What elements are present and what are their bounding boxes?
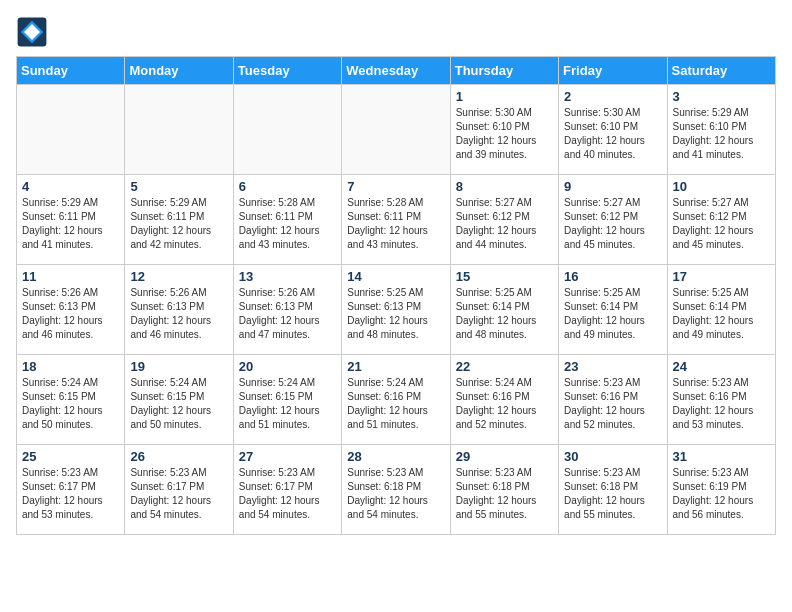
week-row-3: 11Sunrise: 5:26 AM Sunset: 6:13 PM Dayli… bbox=[17, 265, 776, 355]
day-number: 12 bbox=[130, 269, 227, 284]
calendar-cell: 24Sunrise: 5:23 AM Sunset: 6:16 PM Dayli… bbox=[667, 355, 775, 445]
calendar-cell bbox=[125, 85, 233, 175]
calendar-cell: 13Sunrise: 5:26 AM Sunset: 6:13 PM Dayli… bbox=[233, 265, 341, 355]
day-info: Sunrise: 5:24 AM Sunset: 6:15 PM Dayligh… bbox=[239, 376, 336, 432]
calendar-cell: 3Sunrise: 5:29 AM Sunset: 6:10 PM Daylig… bbox=[667, 85, 775, 175]
day-info: Sunrise: 5:24 AM Sunset: 6:16 PM Dayligh… bbox=[347, 376, 444, 432]
calendar-cell: 17Sunrise: 5:25 AM Sunset: 6:14 PM Dayli… bbox=[667, 265, 775, 355]
calendar-cell: 29Sunrise: 5:23 AM Sunset: 6:18 PM Dayli… bbox=[450, 445, 558, 535]
day-number: 1 bbox=[456, 89, 553, 104]
calendar-cell: 31Sunrise: 5:23 AM Sunset: 6:19 PM Dayli… bbox=[667, 445, 775, 535]
calendar-cell: 26Sunrise: 5:23 AM Sunset: 6:17 PM Dayli… bbox=[125, 445, 233, 535]
day-number: 28 bbox=[347, 449, 444, 464]
day-header-saturday: Saturday bbox=[667, 57, 775, 85]
day-info: Sunrise: 5:26 AM Sunset: 6:13 PM Dayligh… bbox=[239, 286, 336, 342]
calendar-cell: 23Sunrise: 5:23 AM Sunset: 6:16 PM Dayli… bbox=[559, 355, 667, 445]
day-header-friday: Friday bbox=[559, 57, 667, 85]
day-number: 10 bbox=[673, 179, 770, 194]
day-number: 30 bbox=[564, 449, 661, 464]
logo-icon bbox=[16, 16, 48, 48]
day-info: Sunrise: 5:26 AM Sunset: 6:13 PM Dayligh… bbox=[22, 286, 119, 342]
day-info: Sunrise: 5:25 AM Sunset: 6:14 PM Dayligh… bbox=[456, 286, 553, 342]
day-info: Sunrise: 5:24 AM Sunset: 6:16 PM Dayligh… bbox=[456, 376, 553, 432]
day-number: 27 bbox=[239, 449, 336, 464]
day-number: 16 bbox=[564, 269, 661, 284]
calendar-cell: 18Sunrise: 5:24 AM Sunset: 6:15 PM Dayli… bbox=[17, 355, 125, 445]
day-number: 22 bbox=[456, 359, 553, 374]
day-info: Sunrise: 5:23 AM Sunset: 6:19 PM Dayligh… bbox=[673, 466, 770, 522]
day-header-wednesday: Wednesday bbox=[342, 57, 450, 85]
day-info: Sunrise: 5:23 AM Sunset: 6:17 PM Dayligh… bbox=[130, 466, 227, 522]
day-info: Sunrise: 5:24 AM Sunset: 6:15 PM Dayligh… bbox=[22, 376, 119, 432]
day-header-monday: Monday bbox=[125, 57, 233, 85]
calendar-cell: 22Sunrise: 5:24 AM Sunset: 6:16 PM Dayli… bbox=[450, 355, 558, 445]
calendar-cell: 12Sunrise: 5:26 AM Sunset: 6:13 PM Dayli… bbox=[125, 265, 233, 355]
day-number: 4 bbox=[22, 179, 119, 194]
day-info: Sunrise: 5:23 AM Sunset: 6:16 PM Dayligh… bbox=[564, 376, 661, 432]
day-number: 11 bbox=[22, 269, 119, 284]
day-info: Sunrise: 5:25 AM Sunset: 6:14 PM Dayligh… bbox=[673, 286, 770, 342]
day-info: Sunrise: 5:30 AM Sunset: 6:10 PM Dayligh… bbox=[564, 106, 661, 162]
day-number: 9 bbox=[564, 179, 661, 194]
day-info: Sunrise: 5:29 AM Sunset: 6:11 PM Dayligh… bbox=[22, 196, 119, 252]
day-info: Sunrise: 5:23 AM Sunset: 6:18 PM Dayligh… bbox=[456, 466, 553, 522]
day-number: 20 bbox=[239, 359, 336, 374]
calendar-cell: 21Sunrise: 5:24 AM Sunset: 6:16 PM Dayli… bbox=[342, 355, 450, 445]
day-info: Sunrise: 5:24 AM Sunset: 6:15 PM Dayligh… bbox=[130, 376, 227, 432]
calendar-cell: 25Sunrise: 5:23 AM Sunset: 6:17 PM Dayli… bbox=[17, 445, 125, 535]
day-info: Sunrise: 5:23 AM Sunset: 6:18 PM Dayligh… bbox=[347, 466, 444, 522]
day-info: Sunrise: 5:23 AM Sunset: 6:16 PM Dayligh… bbox=[673, 376, 770, 432]
calendar-cell: 6Sunrise: 5:28 AM Sunset: 6:11 PM Daylig… bbox=[233, 175, 341, 265]
day-info: Sunrise: 5:29 AM Sunset: 6:11 PM Dayligh… bbox=[130, 196, 227, 252]
day-header-thursday: Thursday bbox=[450, 57, 558, 85]
day-number: 2 bbox=[564, 89, 661, 104]
day-number: 18 bbox=[22, 359, 119, 374]
calendar-cell: 20Sunrise: 5:24 AM Sunset: 6:15 PM Dayli… bbox=[233, 355, 341, 445]
calendar-cell: 2Sunrise: 5:30 AM Sunset: 6:10 PM Daylig… bbox=[559, 85, 667, 175]
calendar-cell: 19Sunrise: 5:24 AM Sunset: 6:15 PM Dayli… bbox=[125, 355, 233, 445]
week-row-2: 4Sunrise: 5:29 AM Sunset: 6:11 PM Daylig… bbox=[17, 175, 776, 265]
calendar-table: SundayMondayTuesdayWednesdayThursdayFrid… bbox=[16, 56, 776, 535]
calendar-cell: 15Sunrise: 5:25 AM Sunset: 6:14 PM Dayli… bbox=[450, 265, 558, 355]
day-number: 31 bbox=[673, 449, 770, 464]
calendar-cell: 30Sunrise: 5:23 AM Sunset: 6:18 PM Dayli… bbox=[559, 445, 667, 535]
calendar-cell: 4Sunrise: 5:29 AM Sunset: 6:11 PM Daylig… bbox=[17, 175, 125, 265]
day-number: 29 bbox=[456, 449, 553, 464]
week-row-4: 18Sunrise: 5:24 AM Sunset: 6:15 PM Dayli… bbox=[17, 355, 776, 445]
day-number: 5 bbox=[130, 179, 227, 194]
day-info: Sunrise: 5:27 AM Sunset: 6:12 PM Dayligh… bbox=[456, 196, 553, 252]
day-number: 23 bbox=[564, 359, 661, 374]
day-info: Sunrise: 5:23 AM Sunset: 6:18 PM Dayligh… bbox=[564, 466, 661, 522]
calendar-cell bbox=[17, 85, 125, 175]
day-info: Sunrise: 5:23 AM Sunset: 6:17 PM Dayligh… bbox=[239, 466, 336, 522]
day-info: Sunrise: 5:27 AM Sunset: 6:12 PM Dayligh… bbox=[564, 196, 661, 252]
day-number: 8 bbox=[456, 179, 553, 194]
day-number: 24 bbox=[673, 359, 770, 374]
calendar-cell bbox=[342, 85, 450, 175]
page-header bbox=[16, 16, 776, 48]
day-number: 25 bbox=[22, 449, 119, 464]
day-info: Sunrise: 5:28 AM Sunset: 6:11 PM Dayligh… bbox=[347, 196, 444, 252]
day-info: Sunrise: 5:25 AM Sunset: 6:13 PM Dayligh… bbox=[347, 286, 444, 342]
day-number: 17 bbox=[673, 269, 770, 284]
day-number: 14 bbox=[347, 269, 444, 284]
calendar-cell: 11Sunrise: 5:26 AM Sunset: 6:13 PM Dayli… bbox=[17, 265, 125, 355]
day-header-sunday: Sunday bbox=[17, 57, 125, 85]
day-number: 26 bbox=[130, 449, 227, 464]
day-number: 7 bbox=[347, 179, 444, 194]
day-info: Sunrise: 5:25 AM Sunset: 6:14 PM Dayligh… bbox=[564, 286, 661, 342]
day-number: 13 bbox=[239, 269, 336, 284]
day-info: Sunrise: 5:27 AM Sunset: 6:12 PM Dayligh… bbox=[673, 196, 770, 252]
day-info: Sunrise: 5:30 AM Sunset: 6:10 PM Dayligh… bbox=[456, 106, 553, 162]
calendar-cell: 7Sunrise: 5:28 AM Sunset: 6:11 PM Daylig… bbox=[342, 175, 450, 265]
week-row-5: 25Sunrise: 5:23 AM Sunset: 6:17 PM Dayli… bbox=[17, 445, 776, 535]
day-number: 3 bbox=[673, 89, 770, 104]
day-number: 15 bbox=[456, 269, 553, 284]
day-number: 19 bbox=[130, 359, 227, 374]
calendar-cell: 28Sunrise: 5:23 AM Sunset: 6:18 PM Dayli… bbox=[342, 445, 450, 535]
logo bbox=[16, 16, 52, 48]
day-info: Sunrise: 5:26 AM Sunset: 6:13 PM Dayligh… bbox=[130, 286, 227, 342]
day-info: Sunrise: 5:23 AM Sunset: 6:17 PM Dayligh… bbox=[22, 466, 119, 522]
calendar-cell: 9Sunrise: 5:27 AM Sunset: 6:12 PM Daylig… bbox=[559, 175, 667, 265]
calendar-cell: 16Sunrise: 5:25 AM Sunset: 6:14 PM Dayli… bbox=[559, 265, 667, 355]
